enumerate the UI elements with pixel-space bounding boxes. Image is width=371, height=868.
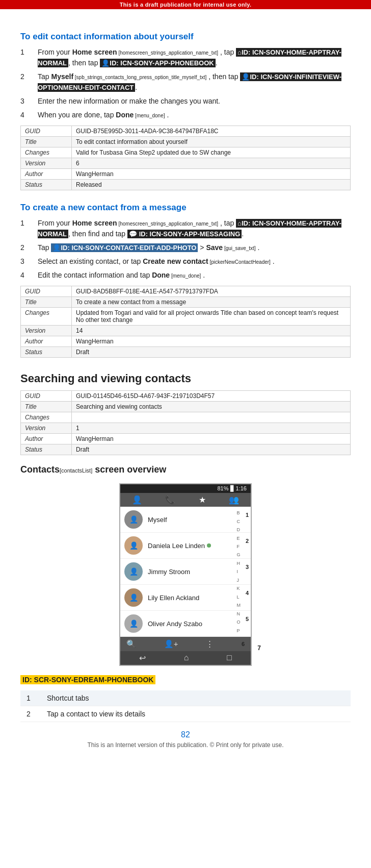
step-text: When you are done, tap Done [menu_done] … [38, 110, 351, 120]
item-2-text: Tap a contact to view its details [41, 706, 351, 722]
metadata-label: Status [21, 180, 72, 190]
battery-status: 81% ▊ 1:16 [217, 485, 247, 492]
metadata-value: WangHerman [72, 434, 351, 444]
section2-metadata: GUIDGUID-8AD5B8FF-018E-4A1E-A547-5779137… [20, 286, 351, 358]
callout-7: 7 [257, 644, 261, 652]
phone-screenshot: 81% ▊ 1:16 👤 📞 ★ 👥 [119, 483, 252, 666]
jimmy-avatar: 👤 [124, 562, 143, 581]
step-1-3: 3 Enter the new information or make the … [20, 96, 351, 107]
step-1-1: 1 From your Home screen [homescreen_stri… [20, 47, 351, 68]
screen-overview-title: Contacts[contactsList] screen overview [20, 464, 351, 475]
contacts-word: Contacts [20, 464, 60, 475]
oliver-name: Oliver Andy Szabo [148, 620, 202, 628]
metadata-value [72, 412, 351, 423]
metadata-label: GUID [21, 391, 72, 402]
section-searching: Searching and viewing contacts GUIDGUID-… [20, 372, 351, 722]
section2-steps: 1 From your Home screen [homescreen_stri… [20, 218, 351, 281]
contact-lily[interactable]: 👤 Lily Ellen Ackland 4 [120, 585, 251, 611]
numbered-item-2: 2 Tap a contact to view its details [20, 706, 351, 722]
step-num: 3 [20, 256, 35, 267]
metadata-label: Version [21, 423, 72, 434]
tab-phone-icon: 📞 [165, 495, 175, 505]
metadata-label: Title [21, 137, 72, 147]
back-nav-icon[interactable]: ↩ [139, 653, 146, 663]
metadata-value: 6 [72, 158, 351, 169]
add-contact-action-icon[interactable]: 👤+ [164, 639, 178, 649]
done-bold-2: Done [152, 271, 170, 279]
step-2-3: 3 Select an existing contact, or tap Cre… [20, 256, 351, 267]
done-bold: Done [116, 111, 134, 119]
tab-star-icon: ★ [199, 495, 206, 505]
metadata-value: Updated from Togari and valid for all pr… [72, 308, 351, 326]
icn-sony-app-phonebook: 👤ID: ICN-SONY-APP-PHONEBOOK [100, 59, 215, 67]
callout-3: 3 [246, 564, 249, 570]
metadata-label: Changes [21, 308, 72, 326]
contact-list: B C D E F G H I J K L M [120, 507, 251, 637]
screen-id-label-wrapper: ID: SCR-SONY-EDREAM-PHONEBOOK [20, 671, 351, 684]
oliver-avatar: 👤 [124, 614, 143, 633]
metadata-value: WangHerman [72, 169, 351, 180]
metadata-value: 1 [72, 423, 351, 434]
create-ref: [pickerNewContactHeader] [208, 259, 271, 265]
callout-4: 4 [246, 590, 249, 596]
metadata-label: Version [21, 158, 72, 169]
section3-metadata: GUIDGUID-01145D46-615D-4A67-943F-2197103… [20, 390, 351, 455]
metadata-label: Title [21, 297, 72, 308]
callout-1: 1 [246, 512, 249, 518]
contact-daniela[interactable]: 👤 Daniela Lee Linden 2 [120, 533, 251, 559]
step-2-4: 4 Edit the contact information and tap D… [20, 270, 351, 281]
item-1-num: 1 [20, 690, 41, 706]
jimmy-name: Jimmy Stroom [148, 568, 190, 576]
screen-overview-subtitle: screen overview [95, 464, 166, 475]
metadata-value: Searching and viewing contacts [72, 402, 351, 412]
metadata-label: Status [21, 444, 72, 455]
page-number: 82 [20, 730, 351, 739]
phone-status-bar: 81% ▊ 1:16 [120, 484, 251, 493]
metadata-label: Version [21, 326, 72, 336]
metadata-label: Title [21, 402, 72, 412]
step-text: Tap Myself [spb_strings_contacts_long_pr… [38, 71, 351, 93]
step-num: 1 [20, 218, 35, 229]
metadata-value: GUID-01145D46-615D-4A67-943F-2197103D4F5… [72, 391, 351, 402]
metadata-label: Changes [21, 147, 72, 158]
step-num: 2 [20, 242, 35, 253]
contact-oliver[interactable]: 👤 Oliver Andy Szabo 5 [120, 611, 251, 637]
metadata-value: Valid for Tusbasa Gina Step2 updated due… [72, 147, 351, 158]
callout-5: 5 [246, 616, 249, 622]
step-text: Enter the new information or make the ch… [38, 96, 351, 107]
metadata-value: GUID-8AD5B8FF-018E-4A1E-A547-577913797FD… [72, 286, 351, 297]
contact-myself[interactable]: 👤 Myself 1 [120, 507, 251, 533]
metadata-value: Draft [72, 444, 351, 455]
recents-nav-icon[interactable]: □ [227, 653, 232, 663]
daniela-online-dot [207, 543, 211, 548]
phone-screenshot-wrapper: 81% ▊ 1:16 👤 📞 ★ 👥 [20, 483, 351, 666]
metadata-label: Author [21, 434, 72, 444]
metadata-value: Released [72, 180, 351, 190]
icn-sony-app-messaging: 💬 ID: ICN-SONY-APP-MESSAGING [127, 230, 242, 238]
metadata-label: GUID [21, 126, 72, 137]
metadata-label: Author [21, 336, 72, 347]
screen-overview-section: Contacts[contactsList] screen overview 8… [20, 464, 351, 722]
screen-id-label: ID: SCR-SONY-EDREAM-PHONEBOOK [20, 675, 155, 684]
step-num: 3 [20, 96, 35, 107]
numbered-items-table: 1 Shortcut tabs 2 Tap a contact to view … [20, 690, 351, 722]
contacts-ref: [contactsList] [60, 467, 92, 474]
phone-with-callouts: 81% ▊ 1:16 👤 📞 ★ 👥 [119, 483, 252, 666]
metadata-value: 14 [72, 326, 351, 336]
more-action-icon[interactable]: ⋮ [206, 639, 214, 649]
tab-group-icon: 👥 [229, 495, 239, 505]
step-num: 4 [20, 110, 35, 120]
home-nav-icon[interactable]: ⌂ [184, 653, 189, 663]
callout-2: 2 [246, 538, 249, 544]
metadata-value: WangHerman [72, 336, 351, 347]
section1-title: To edit contact information about yourse… [20, 32, 351, 42]
callout-6: 6 [242, 641, 245, 647]
step-num: 2 [20, 71, 35, 82]
home-screen-ref: [homescreen_strings_application_name_txt… [117, 221, 218, 227]
tab-contacts-icon: 👤 [132, 495, 142, 505]
contact-jimmy[interactable]: 👤 Jimmy Stroom 3 [120, 559, 251, 585]
draft-banner: This is a draft publication for internal… [0, 0, 371, 9]
item-2-num: 2 [20, 706, 41, 722]
search-action-icon[interactable]: 🔍 [126, 639, 136, 649]
metadata-value: To create a new contact from a message [72, 297, 351, 308]
